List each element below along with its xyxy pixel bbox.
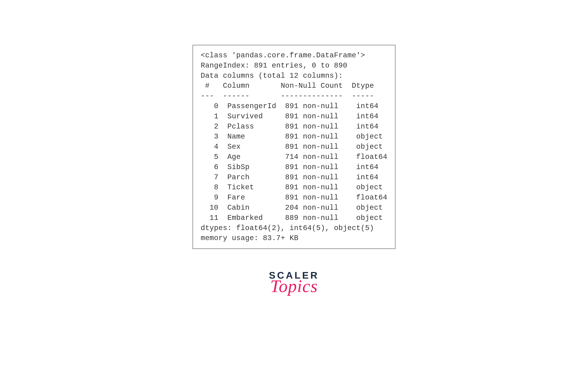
header-row: # Column Non-Null Count Dtype xyxy=(201,82,383,90)
memory-usage: memory usage: 83.7+ KB xyxy=(201,234,299,242)
class-line: <class 'pandas.core.frame.DataFrame'> xyxy=(201,51,365,60)
separator-row: --- ------ -------------- ----- xyxy=(201,92,383,100)
dataframe-info-output: <class 'pandas.core.frame.DataFrame'> Ra… xyxy=(193,45,396,249)
logo-topics-text: Topics xyxy=(270,276,318,296)
column-rows: 0 PassengerId 891 non-null int64 1 Survi… xyxy=(201,102,387,222)
scaler-topics-logo: SCALER Topics xyxy=(269,270,319,296)
data-columns-header: Data columns (total 12 columns): xyxy=(201,72,343,80)
range-index-line: RangeIndex: 891 entries, 0 to 890 xyxy=(201,62,347,70)
dtypes-summary: dtypes: float64(2), int64(5), object(5) xyxy=(201,224,374,232)
